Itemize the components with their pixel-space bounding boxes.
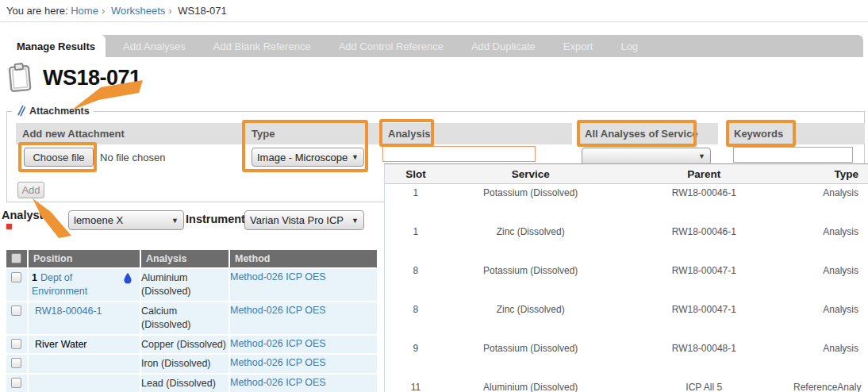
autocomplete-option[interactable]: 9 Potassium (Dissolved) RW18-00048-1 Ana… — [385, 340, 868, 379]
option-service: Zinc (Dissolved) — [447, 304, 615, 315]
chevron-down-icon: ▼ — [351, 217, 359, 225]
attachment-type-select[interactable]: Image - Microscope ▼ — [252, 148, 364, 167]
analyst-label: Analyst — [2, 209, 43, 221]
option-type: Analysis — [793, 343, 868, 354]
tab[interactable]: Manage Results — [6, 35, 106, 57]
position-number: 1 — [32, 272, 37, 283]
autocomplete-option[interactable]: 8 Potassium (Dissolved) RW18-00047-1 Ana… — [385, 262, 868, 301]
breadcrumb-link-home[interactable]: Home — [71, 5, 98, 17]
tab-bar: Manage Results Add Analyses Add Blank Re… — [6, 35, 863, 57]
all-analyses-of-service-select[interactable]: ▼ — [582, 148, 711, 165]
row-checkbox-cell — [6, 375, 27, 392]
results-table-body: 1Dept of Environment Aluminium (Dissolve… — [6, 269, 383, 392]
keywords-input[interactable] — [733, 147, 853, 163]
column-header-add-new-attachment: Add new Attachment — [16, 123, 243, 144]
option-parent: RW18-00047-1 — [615, 265, 794, 276]
tab[interactable]: Add Blank Reference — [203, 35, 321, 57]
autocomplete-option[interactable]: 1 Potassium (Dissolved) RW18-00046-1 Ana… — [385, 184, 868, 223]
breadcrumb: You are here: Home› Worksheets› WS18-071 — [6, 5, 227, 17]
position-text[interactable]: Dept of Environment — [32, 272, 87, 297]
select-all-checkbox[interactable] — [11, 253, 21, 263]
header-position: Position — [29, 250, 140, 267]
row-checkbox[interactable] — [11, 306, 21, 316]
paperclip-icon — [16, 105, 25, 117]
header-type: Type — [793, 168, 868, 180]
water-drop-icon[interactable] — [123, 272, 133, 284]
method-link[interactable]: Method-026 ICP OES — [230, 271, 326, 282]
option-slot: 8 — [385, 265, 447, 276]
file-status-text: No file chosen — [100, 152, 165, 163]
divider — [0, 21, 868, 22]
header-analysis: Analysis — [141, 250, 229, 267]
method-link[interactable]: Method-026 ICP OES — [230, 377, 326, 388]
chevron-down-icon: ▼ — [171, 217, 179, 225]
option-service: Potassium (Dissolved) — [447, 343, 615, 354]
option-type: Analysis — [793, 304, 868, 315]
method-cell: Method-026 ICP OES — [230, 375, 377, 392]
analysis-search-input[interactable] — [382, 146, 536, 162]
position-cell — [29, 375, 140, 392]
add-attachment-button[interactable]: Add — [17, 182, 44, 198]
autocomplete-option[interactable]: 11 Aluminium (Dissolved) ICP All 5 Refer… — [385, 379, 868, 392]
tab[interactable]: Add Control Reference — [328, 35, 454, 57]
table-row: RW18-00046-1 Calcium (Dissolved) Method-… — [6, 302, 383, 334]
tab[interactable]: Add Analyses — [113, 35, 196, 57]
tab[interactable]: Export — [553, 35, 604, 57]
option-slot: 1 — [385, 226, 447, 237]
analysis-autocomplete-dropdown: Slot Service Parent Type 1 Potassium (Di… — [384, 163, 868, 392]
column-header-type: Type — [245, 123, 380, 144]
analyst-value: lemoene X — [74, 214, 123, 226]
option-parent: RW18-00047-1 — [615, 304, 794, 315]
breadcrumb-separator: › — [168, 5, 171, 17]
row-checkbox-cell — [6, 355, 27, 373]
table-row: 1Dept of Environment Aluminium (Dissolve… — [6, 269, 383, 301]
header-slot: Slot — [385, 168, 447, 180]
option-parent: RW18-00048-1 — [615, 343, 794, 354]
table-row: Iron (Dissolved) Method-026 ICP OES — [6, 355, 383, 373]
column-header-keywords: Keywords — [728, 123, 865, 144]
analysis-name: Iron (Dissolved) — [141, 355, 229, 373]
row-checkbox-cell — [6, 269, 27, 301]
header-method: Method — [230, 250, 377, 267]
option-type: Analysis — [793, 265, 868, 276]
row-checkbox-cell — [6, 302, 27, 334]
instrument-value: Varian Vista Pro ICP — [250, 214, 344, 226]
attachments-legend: Attachments — [12, 105, 94, 117]
row-checkbox[interactable] — [11, 272, 21, 282]
option-service: Aluminium (Dissolved) — [447, 382, 615, 392]
analysis-name: Copper (Dissolved) — [141, 336, 229, 354]
breadcrumb-prefix: You are here: — [6, 5, 68, 17]
table-row: River Water Copper (Dissolved) Method-02… — [6, 336, 383, 354]
analysis-name: Aluminium (Dissolved) — [141, 269, 229, 301]
tab[interactable]: Add Duplicate — [461, 35, 546, 57]
attachments-legend-text: Attachments — [29, 106, 90, 117]
method-link[interactable]: Method-026 ICP OES — [230, 357, 326, 368]
autocomplete-option[interactable]: 1 Zinc (Dissolved) RW18-00046-1 Analysis — [385, 223, 868, 262]
method-link[interactable]: Method-026 ICP OES — [230, 338, 326, 349]
column-header-analysis: Analysis — [382, 123, 572, 144]
column-header-all-analyses-of-service: All Analyses of Service — [578, 123, 718, 144]
row-checkbox[interactable] — [11, 339, 21, 349]
position-cell: River Water — [29, 336, 140, 354]
tab[interactable]: Log — [610, 35, 648, 57]
chevron-down-icon: ▼ — [351, 153, 359, 161]
analyst-select[interactable]: lemoene X ▼ — [68, 210, 184, 230]
row-checkbox[interactable] — [11, 378, 21, 388]
option-parent: RW18-00046-1 — [615, 226, 794, 237]
position-text[interactable]: RW18-00046-1 — [35, 306, 102, 317]
option-type: ReferenceAnaly — [793, 382, 868, 392]
option-slot: 1 — [385, 187, 447, 198]
breadcrumb-link-worksheets[interactable]: Worksheets — [111, 5, 165, 17]
attachment-type-value: Image - Microscope — [257, 152, 348, 163]
method-link[interactable]: Method-026 ICP OES — [230, 305, 326, 316]
instrument-select[interactable]: Varian Vista Pro ICP ▼ — [244, 210, 364, 230]
table-row: Lead (Dissolved) Method-026 ICP OES — [6, 375, 383, 392]
autocomplete-option[interactable]: 8 Zinc (Dissolved) RW18-00047-1 Analysis — [385, 301, 868, 340]
header-service: Service — [447, 168, 615, 180]
row-checkbox[interactable] — [11, 358, 21, 368]
choose-file-button[interactable]: Choose file — [24, 148, 94, 167]
option-service: Potassium (Dissolved) — [447, 187, 615, 198]
required-indicator — [6, 224, 12, 229]
position-text[interactable]: River Water — [35, 339, 87, 350]
position-cell: 1Dept of Environment — [29, 269, 140, 301]
